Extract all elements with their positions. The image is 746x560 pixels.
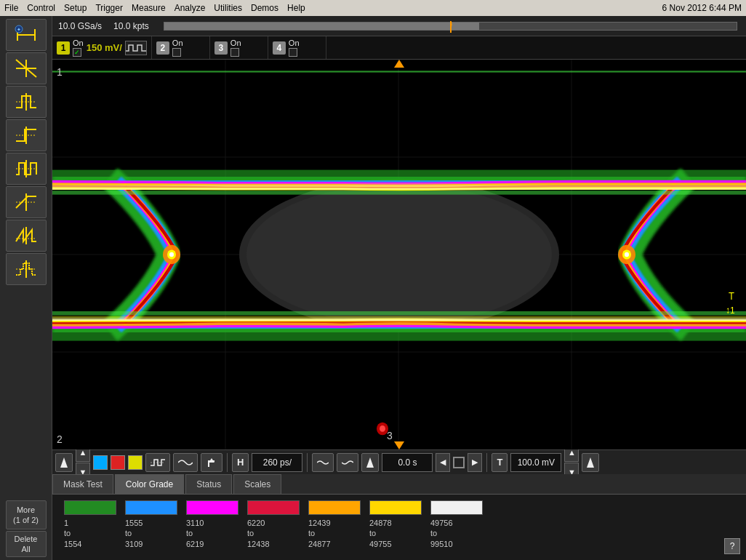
- right-panel: 10.0 GSa/s 10.0 kpts i 1 On 150 mV/: [52, 16, 746, 560]
- points: 10.0 kpts: [113, 21, 149, 31]
- menu-demos[interactable]: Demos: [251, 3, 278, 13]
- menu-analyze[interactable]: Analyze: [175, 3, 206, 13]
- channel-4-block[interactable]: 4 On: [268, 36, 326, 59]
- svg-text:3: 3: [387, 429, 393, 441]
- channel-2-checkbox[interactable]: [172, 48, 181, 57]
- stop-btn[interactable]: [453, 457, 465, 468]
- trigger-position: 0.0 s: [382, 453, 433, 472]
- svg-text:T: T: [729, 290, 735, 302]
- channel-4-checkbox[interactable]: [289, 48, 297, 57]
- trig-arrow-up[interactable]: [582, 453, 599, 472]
- menu-file[interactable]: File: [4, 3, 18, 13]
- legend-item-1: 1to1554: [64, 500, 122, 549]
- color-btn-yellow[interactable]: [128, 455, 143, 470]
- svg-marker-56: [60, 457, 68, 468]
- tool-diagonal[interactable]: [6, 52, 47, 84]
- tab-status[interactable]: Status: [185, 474, 232, 494]
- menu-setup[interactable]: Setup: [64, 3, 87, 13]
- menu-help[interactable]: Help: [287, 3, 305, 13]
- help-button[interactable]: ?: [724, 538, 740, 554]
- channel-3-block[interactable]: 3 On: [210, 36, 268, 59]
- menu-bar: File Control Setup Trigger Measure Analy…: [0, 0, 746, 16]
- right-arrow[interactable]: ▶: [468, 453, 482, 472]
- legend-range-6: 24878to49755: [369, 518, 392, 549]
- legend-item-2: 1555to3109: [125, 500, 183, 549]
- bottom-toolbar: ▲ ▼: [52, 449, 746, 474]
- legend-range-7: 49756to99510: [430, 518, 453, 549]
- trigger-up-btn[interactable]: [201, 453, 222, 472]
- color-btn-red[interactable]: [111, 455, 125, 470]
- sidebar: ✦: [0, 16, 52, 560]
- separator-1: [227, 453, 228, 472]
- legend-range-1: 1to1554: [64, 518, 81, 549]
- channel-3-on: On: [230, 39, 241, 47]
- channel-1-block[interactable]: 1 On 150 mV/: [52, 36, 152, 59]
- tabs-bar: Mask Test Color Grade Status Scales: [52, 474, 746, 495]
- legend-range-2: 1555to3109: [125, 518, 143, 549]
- color-legend: 1to1554 1555to3109 3110to6219 6220to1243…: [52, 495, 746, 560]
- channel-2-block[interactable]: 2 On: [152, 36, 210, 59]
- svg-text:↕1: ↕1: [726, 305, 735, 316]
- menu-control[interactable]: Control: [27, 3, 55, 13]
- delete-all-button[interactable]: DeleteAll: [6, 531, 47, 557]
- left-arrow[interactable]: ◀: [436, 453, 450, 472]
- legend-swatch-7: [430, 500, 483, 515]
- legend-item-6: 24878to49755: [369, 500, 428, 549]
- tool-arrow[interactable]: ✦: [6, 19, 47, 51]
- trigger-up2[interactable]: [361, 453, 379, 472]
- tool-dotted[interactable]: [6, 253, 47, 285]
- tab-mask-test[interactable]: Mask Test: [52, 474, 113, 494]
- channel-4-on: On: [289, 39, 300, 47]
- tool-ramp[interactable]: [6, 186, 47, 218]
- trigger-level: 100.0 mV: [510, 453, 561, 472]
- legend-swatch-2: [125, 500, 177, 515]
- trigger-indicator: i: [450, 21, 452, 30]
- legend-swatch-6: [369, 500, 422, 515]
- svg-point-35: [169, 252, 174, 257]
- channel-4-number: 4: [273, 41, 286, 55]
- datetime: 6 Nov 2012 6:44 PM: [662, 3, 742, 13]
- legend-swatch-1: [64, 500, 116, 515]
- svg-point-38: [625, 252, 629, 257]
- run-stop-up[interactable]: [55, 453, 73, 472]
- sample-rate: 10.0 GSa/s: [58, 21, 102, 31]
- menu-items: File Control Setup Trigger Measure Analy…: [4, 3, 305, 13]
- channel-1-number: 1: [57, 41, 70, 55]
- svg-rect-43: [52, 185, 746, 188]
- channel-3-checkbox[interactable]: [230, 48, 239, 57]
- svg-text:2: 2: [57, 433, 63, 446]
- acquisition-progress: i: [164, 22, 737, 31]
- svg-point-30: [246, 184, 552, 324]
- delete-label: DeleteAll: [15, 534, 38, 555]
- channel-1-checkbox[interactable]: [73, 48, 81, 57]
- legend-range-4: 6220to12438: [247, 518, 270, 549]
- tool-step[interactable]: [6, 119, 47, 151]
- more-button[interactable]: More(1 of 2): [6, 500, 47, 529]
- legend-item-3: 3110to6219: [186, 500, 244, 549]
- tool-sawtooth[interactable]: [6, 220, 47, 252]
- tab-color-grade[interactable]: Color Grade: [115, 474, 184, 494]
- wave-right[interactable]: [337, 453, 358, 472]
- timebase-value: 260 ps/: [252, 453, 302, 472]
- sine-btn[interactable]: [173, 453, 198, 472]
- channel-2-on: On: [172, 39, 183, 47]
- menu-trigger[interactable]: Trigger: [95, 3, 123, 13]
- menu-measure[interactable]: Measure: [132, 3, 166, 13]
- legend-range-5: 12439to24877: [308, 518, 331, 549]
- color-btn-blue[interactable]: [93, 455, 108, 470]
- invert-btn[interactable]: [145, 453, 170, 472]
- timebase-label: H: [232, 453, 249, 472]
- more-label: More(1 of 2): [13, 505, 39, 526]
- svg-rect-45: [52, 191, 746, 194]
- menu-utilities[interactable]: Utilities: [214, 3, 242, 13]
- svg-text:✦: ✦: [17, 27, 21, 32]
- tab-scales[interactable]: Scales: [233, 474, 281, 494]
- svg-text:1: 1: [57, 65, 63, 78]
- tool-pulse[interactable]: [6, 86, 47, 118]
- trigger-label-T: T: [492, 453, 508, 472]
- wave-left[interactable]: [312, 453, 334, 472]
- legend-item-4: 6220to12438: [247, 500, 305, 549]
- svg-rect-48: [52, 71, 746, 72]
- tool-square[interactable]: [6, 153, 47, 185]
- separator-2: [307, 453, 308, 472]
